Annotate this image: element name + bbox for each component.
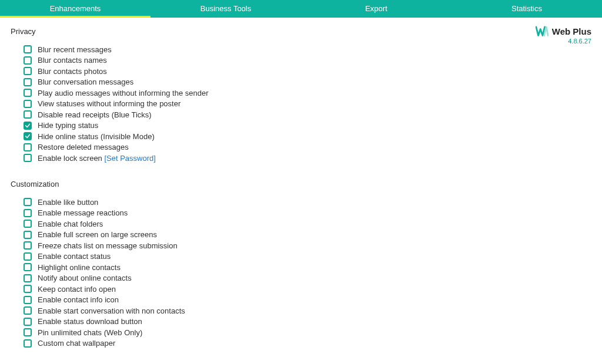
section-title: Privacy bbox=[11, 27, 591, 36]
checkbox[interactable] bbox=[24, 78, 32, 86]
option-label: Restore deleted messages bbox=[38, 143, 129, 151]
checkbox[interactable] bbox=[24, 306, 32, 315]
option-label: Disable read receipts (Blue Ticks) bbox=[38, 110, 152, 119]
option-label: Pin unlimited chats (Web Only) bbox=[38, 328, 142, 337]
checkbox[interactable] bbox=[24, 56, 32, 65]
option-label: Hide typing status bbox=[38, 121, 98, 130]
option-label: Enable start conversation with non conta… bbox=[38, 306, 185, 315]
checkbox[interactable] bbox=[24, 296, 32, 304]
option-row[interactable]: Play audio messages without informing th… bbox=[24, 87, 591, 98]
options-list: Blur recent messagesBlur contacts namesB… bbox=[11, 44, 591, 163]
tab-business-tools[interactable]: Business Tools bbox=[150, 0, 301, 18]
option-row[interactable]: Enable full screen on large screens bbox=[24, 230, 591, 240]
option-row[interactable]: Enable chat folders bbox=[24, 218, 591, 229]
option-row[interactable]: Custom chat wallpaper bbox=[24, 338, 591, 349]
option-label: Notify about online contacts bbox=[38, 274, 132, 282]
option-row[interactable]: Notify about online contacts bbox=[24, 273, 591, 284]
option-row[interactable]: Blur contacts names bbox=[24, 55, 591, 66]
checkbox[interactable] bbox=[24, 110, 32, 119]
brand-logo-icon bbox=[536, 26, 549, 36]
option-row[interactable]: Enable contact info icon bbox=[24, 295, 591, 305]
option-row[interactable]: Disable read receipts (Blue Ticks) bbox=[24, 109, 591, 120]
brand-name: Web Plus bbox=[552, 26, 591, 36]
option-row[interactable]: Highlight online contacts bbox=[24, 262, 591, 272]
checkbox[interactable] bbox=[24, 220, 32, 228]
option-row[interactable]: Hide online status (Invisible Mode) bbox=[24, 131, 591, 141]
option-row[interactable]: Enable like button bbox=[24, 197, 591, 207]
checkbox[interactable] bbox=[24, 241, 32, 250]
option-label: Hide online status (Invisible Mode) bbox=[38, 132, 155, 141]
checkbox[interactable] bbox=[24, 285, 32, 293]
option-label: Play audio messages without informing th… bbox=[38, 89, 209, 97]
option-label: Blur recent messages bbox=[38, 45, 112, 54]
content-area: Web Plus 4.8.6.27 PrivacyBlur recent mes… bbox=[0, 18, 602, 349]
options-list: Enable like buttonEnable message reactio… bbox=[11, 197, 591, 349]
option-row[interactable]: Enable start conversation with non conta… bbox=[24, 305, 591, 316]
checkbox[interactable] bbox=[24, 67, 32, 75]
checkbox[interactable] bbox=[24, 132, 32, 140]
checkbox[interactable] bbox=[24, 252, 32, 261]
option-row[interactable]: Enable status download button bbox=[24, 316, 591, 327]
option-label: Custom chat wallpaper bbox=[38, 339, 115, 348]
option-label: Enable like button bbox=[38, 198, 98, 207]
option-label: Enable status download button bbox=[38, 317, 142, 326]
option-label: View statuses without informing the post… bbox=[38, 99, 180, 108]
option-label: Enable lock screen [Set Password] bbox=[38, 154, 156, 163]
option-row[interactable]: Enable contact status bbox=[24, 251, 591, 262]
option-row[interactable]: Enable message reactions bbox=[24, 208, 591, 218]
option-label: Enable full screen on large screens bbox=[38, 230, 157, 239]
checkbox[interactable] bbox=[24, 231, 32, 239]
option-row[interactable]: Blur recent messages bbox=[24, 44, 591, 55]
option-row[interactable]: Pin unlimited chats (Web Only) bbox=[24, 327, 591, 338]
brand-block: Web Plus 4.8.6.27 bbox=[536, 26, 591, 45]
option-label: Freeze chats list on message submission bbox=[38, 241, 178, 250]
option-label: Enable chat folders bbox=[38, 220, 103, 228]
option-row[interactable]: Enable lock screen [Set Password] bbox=[24, 153, 591, 163]
option-row[interactable]: View statuses without informing the post… bbox=[24, 99, 591, 109]
option-label: Enable contact info icon bbox=[38, 295, 119, 304]
checkbox[interactable] bbox=[24, 89, 32, 97]
option-row[interactable]: Restore deleted messages bbox=[24, 142, 591, 153]
tab-bar: EnhancementsBusiness ToolsExportStatisti… bbox=[0, 0, 602, 18]
checkbox[interactable] bbox=[24, 209, 32, 217]
option-row[interactable]: Keep contact info open bbox=[24, 284, 591, 294]
option-label: Highlight online contacts bbox=[38, 263, 121, 272]
option-row[interactable]: Blur conversation messages bbox=[24, 77, 591, 87]
checkbox[interactable] bbox=[24, 339, 32, 348]
option-label: Blur contacts names bbox=[38, 56, 107, 65]
option-label: Keep contact info open bbox=[38, 285, 116, 294]
section-title: Customization bbox=[11, 180, 591, 188]
checkbox[interactable] bbox=[24, 122, 32, 130]
checkbox[interactable] bbox=[24, 154, 32, 162]
option-row[interactable]: Blur contacts photos bbox=[24, 66, 591, 76]
checkbox[interactable] bbox=[24, 45, 32, 53]
tab-statistics[interactable]: Statistics bbox=[452, 0, 602, 18]
checkbox[interactable] bbox=[24, 143, 32, 151]
checkbox[interactable] bbox=[24, 318, 32, 326]
tab-enhancements[interactable]: Enhancements bbox=[0, 0, 150, 18]
option-label: Enable contact status bbox=[38, 252, 111, 261]
brand-version: 4.8.6.27 bbox=[536, 38, 591, 45]
option-label: Blur conversation messages bbox=[38, 77, 133, 86]
checkbox[interactable] bbox=[24, 328, 32, 336]
set-password-link[interactable]: [Set Password] bbox=[104, 154, 155, 163]
option-row[interactable]: Hide typing status bbox=[24, 120, 591, 131]
checkbox[interactable] bbox=[24, 100, 32, 108]
option-label: Blur contacts photos bbox=[38, 67, 107, 76]
checkbox[interactable] bbox=[24, 198, 32, 206]
option-row[interactable]: Freeze chats list on message submission bbox=[24, 240, 591, 251]
tab-export[interactable]: Export bbox=[301, 0, 452, 18]
section-privacy: PrivacyBlur recent messagesBlur contacts… bbox=[11, 27, 591, 163]
section-customization: CustomizationEnable like buttonEnable me… bbox=[11, 180, 591, 349]
checkbox[interactable] bbox=[24, 274, 32, 282]
checkbox[interactable] bbox=[24, 263, 32, 271]
option-label: Enable message reactions bbox=[38, 208, 128, 217]
